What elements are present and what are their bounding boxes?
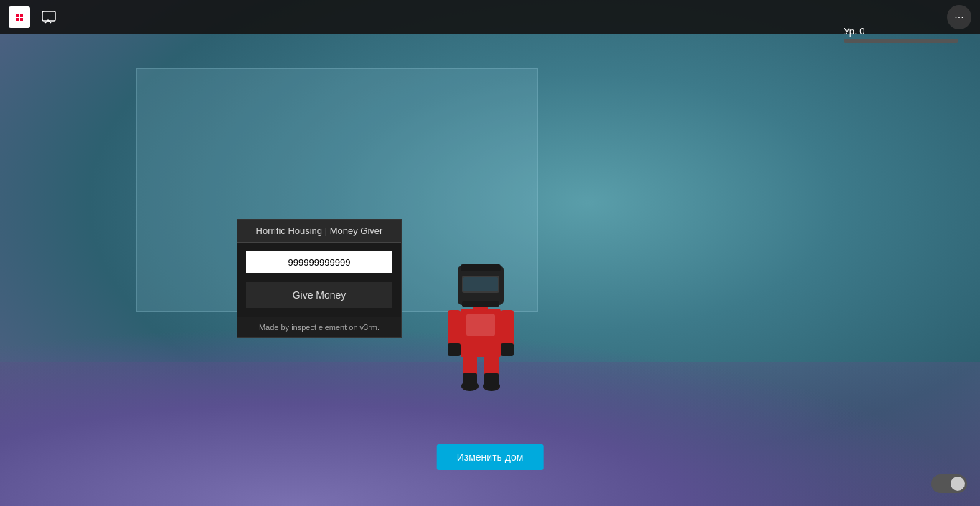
svg-rect-4	[20, 18, 23, 21]
more-options-icon: ···	[954, 11, 963, 24]
money-panel: Horrific Housing | Money Giver Give Mone…	[237, 219, 402, 338]
top-bar-left	[9, 6, 60, 29]
svg-rect-23	[462, 301, 499, 307]
svg-rect-17	[501, 343, 514, 356]
panel-footer: Made by inspect element on v3rm.	[237, 317, 401, 337]
top-bar: ···	[0, 0, 980, 34]
level-indicator: Ур. 0	[844, 26, 958, 43]
level-label: Ур. 0	[844, 26, 864, 37]
chat-button[interactable]	[37, 6, 60, 29]
svg-rect-21	[463, 277, 498, 291]
money-input-wrapper	[237, 243, 401, 282]
svg-rect-13	[466, 314, 495, 336]
svg-rect-2	[20, 14, 23, 17]
roblox-logo	[9, 6, 30, 28]
svg-rect-1	[16, 14, 19, 17]
level-bar-container	[844, 39, 958, 43]
svg-rect-3	[16, 18, 19, 21]
svg-rect-15	[448, 343, 461, 356]
svg-rect-0	[14, 11, 25, 23]
toggle-button[interactable]	[931, 474, 967, 493]
svg-rect-11	[484, 373, 499, 389]
toggle-knob	[951, 477, 965, 491]
svg-rect-10	[463, 373, 477, 389]
svg-rect-5	[42, 11, 55, 21]
money-panel-title: Horrific Housing | Money Giver	[237, 220, 401, 243]
game-character	[445, 251, 517, 395]
change-house-button[interactable]: Изменить дом	[437, 444, 544, 470]
give-money-button[interactable]: Give Money	[246, 282, 392, 308]
svg-rect-22	[461, 264, 501, 271]
money-input[interactable]	[246, 251, 392, 273]
character-svg	[445, 251, 517, 395]
